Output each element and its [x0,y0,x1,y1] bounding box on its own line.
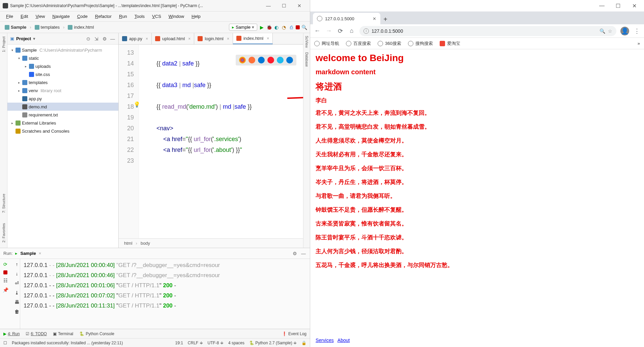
browser-maximize[interactable]: ☐ [610,1,626,11]
caret-position[interactable]: 19:1 [175,341,183,345]
new-tab-button[interactable]: + [380,14,390,24]
profile-icon[interactable]: 👤 [620,27,629,35]
menu-view[interactable]: View [32,12,48,20]
tree-node[interactable]: ▾static [7,54,118,62]
scroll-from-source-icon[interactable]: ⊙ [85,36,91,42]
editor-tab[interactable]: index.html× [233,33,273,44]
pin-icon[interactable]: 📌 [2,287,9,293]
favorites-tool-button[interactable]: 2: Favorites [1,221,6,244]
event-log-button[interactable]: ❗ Event Log [282,331,306,336]
stop-run-icon[interactable] [3,270,7,274]
chrome-icon[interactable] [239,57,246,63]
hide-icon[interactable]: — [110,36,116,42]
menu-window[interactable]: Window [165,12,187,20]
menu-navigate[interactable]: Navigate [49,12,73,20]
address-bar[interactable]: i 127.0.0.1:5000 🔍 ☆ [359,26,616,36]
encoding[interactable]: UTF-8 ≑ [208,341,224,345]
bookmark-star-icon[interactable]: ☆ [608,28,612,34]
sciview-tool-button[interactable]: SciView [304,34,309,49]
search-everywhere-icon[interactable]: 🔍 [301,24,307,30]
tree-node[interactable]: ▸templates [7,78,118,86]
editor-tab[interactable]: app.py× [119,33,152,44]
edge-icon[interactable] [286,57,293,63]
expand-all-icon[interactable]: ⇲ [93,36,99,42]
clear-icon[interactable]: 🗑 [13,308,20,315]
maximize-button[interactable]: ☐ [276,2,292,10]
menu-tools[interactable]: Tools [131,12,148,20]
project-tool-button[interactable]: 1: Project [1,34,6,54]
tree-node[interactable]: Scratches and Consoles [7,127,118,135]
tree-node[interactable]: ▸venvlibrary root [7,86,118,95]
menu-icon[interactable]: ⋮ [633,27,641,35]
bookmark[interactable]: 搜狗搜索 [408,41,433,47]
browser-minimize[interactable]: — [594,1,610,11]
tab-close-icon[interactable]: × [146,36,148,41]
menu-help[interactable]: Help [188,12,204,20]
breadcrumb[interactable]: templates [33,24,62,30]
tree-node[interactable]: app.py [7,95,118,103]
tree-node[interactable]: ▸External Libraries [7,119,118,127]
run-hide-icon[interactable]: — [300,250,306,257]
bookmark[interactable]: 360搜索 [378,41,401,47]
console-output[interactable]: 127.0.0.1 - - [28/Jun/2021 00:00:40] "GE… [20,259,310,329]
run-config-selector[interactable]: ▸Sample▾ [229,24,257,31]
debug-icon[interactable]: 🐞 [266,24,272,30]
back-icon[interactable]: ← [314,27,321,35]
up-icon[interactable]: ↑ [13,261,20,268]
tree-node[interactable]: site.css [7,70,118,78]
close-button[interactable]: ✕ [292,2,307,10]
reload-icon[interactable]: ⟳ [336,27,344,35]
editor-tab[interactable]: upload.html× [152,33,194,44]
menu-code[interactable]: Code [74,12,91,20]
safari-icon[interactable] [258,57,265,63]
tree-node[interactable]: ▸uploads [7,62,118,70]
layout-icon[interactable]: ☷ [2,277,9,284]
indent[interactable]: 4 spaces [228,341,244,345]
tab-close-icon[interactable]: × [227,36,229,41]
menu-run[interactable]: Run [116,12,130,20]
about-link[interactable]: About [338,338,350,343]
menu-edit[interactable]: Edit [17,12,31,20]
forward-icon[interactable]: → [325,27,332,35]
breadcrumb[interactable]: index.html [66,24,96,30]
firefox-icon[interactable] [248,57,255,63]
todo-tool-button[interactable]: ☑ 6: TODO [26,331,47,336]
home-icon[interactable]: ⌂ [348,27,355,35]
tab-close-icon[interactable]: × [267,36,269,41]
code-area[interactable]: {{ data2 | safe }} {{ data3 | md |safe }… [139,45,303,238]
wrap-icon[interactable]: ⏎ [13,280,20,287]
crumb-html[interactable]: html [124,241,133,246]
status-icon[interactable]: ☐ [3,341,7,345]
down-icon[interactable]: ↓ [13,270,20,277]
crumb-body[interactable]: body [141,241,150,246]
bookmark[interactable]: 网址导航 [314,41,339,47]
intention-bulb-icon[interactable]: 💡 [134,101,140,108]
run-settings-icon[interactable]: ⚙ [292,250,298,257]
site-info-icon[interactable]: i [363,28,369,34]
tab-close-icon[interactable]: × [188,36,191,41]
menu-file[interactable]: File [3,12,17,20]
stop-icon[interactable] [296,25,300,29]
database-tool-button[interactable]: Database [304,51,309,68]
opera-icon[interactable] [267,57,274,63]
close-tab-icon[interactable]: × [39,251,41,256]
settings-icon[interactable]: ⚙ [101,36,108,42]
lock-icon[interactable]: 🔒 [301,341,306,345]
scroll-end-icon[interactable]: ⤓ [13,289,20,296]
attach-icon[interactable]: ⎙ [288,24,294,30]
menu-refactor[interactable]: Refactor [92,12,115,20]
project-tree[interactable]: ▾SampleC:\Users\Administrator\Pycharm▾st… [7,45,118,248]
structure-tool-button[interactable]: 7: Structure [1,192,6,215]
bookmark[interactable]: 百度搜索 [346,41,371,47]
browser-close[interactable]: ✕ [626,1,642,11]
run-icon[interactable]: ▶ [259,24,265,30]
interpreter[interactable]: 🐍 Python 2.7 (Sample) ≑ [249,341,297,345]
breadcrumb[interactable]: Sample [3,24,28,30]
code-editor[interactable]: 13 14 15 16 17 18 19 20 21 22 23 {{ data… [119,45,303,238]
run-tool-button[interactable]: ▶ 4: Run [3,331,20,336]
profile-icon[interactable]: ◔ [281,24,287,30]
tab-close-icon[interactable]: ✕ [373,16,376,21]
ie-icon[interactable] [277,57,284,63]
tree-node[interactable]: ▾SampleC:\Users\Administrator\Pycharm [7,46,118,54]
editor-tab[interactable]: login.html× [194,33,233,44]
